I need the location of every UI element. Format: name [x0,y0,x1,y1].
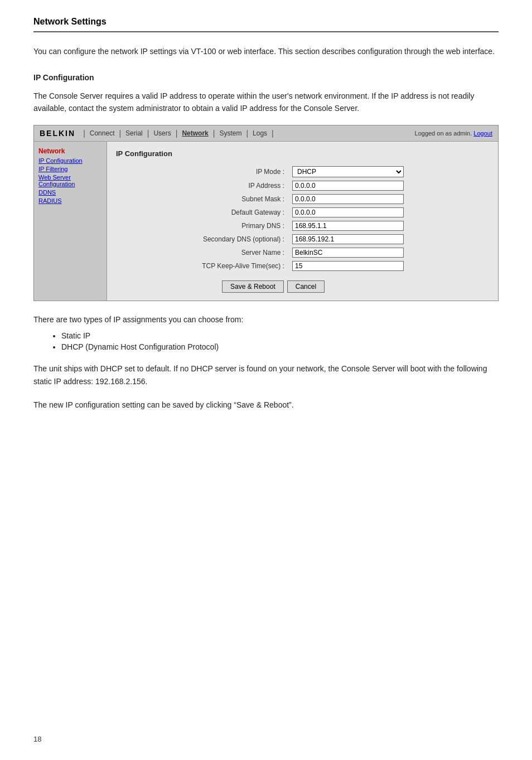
sidebar-item-ip-config[interactable]: IP Configuration [38,157,102,164]
label-ip-mode: IP Mode : [116,164,289,179]
label-tcp-keepalive: TCP Keep-Alive Time(sec) : [116,259,289,273]
nav-link-network[interactable]: Network [178,129,211,137]
form-row-subnet-mask: Subnet Mask : [116,192,489,206]
lower-text-1: There are two types of IP assignments yo… [33,313,499,326]
label-ip-address: IP Address : [116,179,289,192]
form-row-default-gateway: Default Gateway : [116,206,489,219]
content-panel: IP Configuration IP Mode : DHCP Static I… [107,142,498,301]
sidebar-item-ddns[interactable]: DDNS [38,189,102,196]
input-ip-address[interactable] [292,181,404,191]
sidebar: Network IP Configuration IP Filtering We… [34,142,107,301]
label-primary-dns: Primary DNS : [116,219,289,233]
nav-link-logs[interactable]: Logs [249,129,270,137]
page-title: Network Settings [33,17,499,27]
label-secondary-dns: Secondary DNS (optional) : [116,233,289,246]
sidebar-item-web-server[interactable]: Web Server Configuration [38,174,102,187]
form-row-secondary-dns: Secondary DNS (optional) : [116,233,489,246]
input-default-gateway[interactable] [292,207,404,217]
nav-logged-text: Logged on as admin. Logout [415,130,492,137]
nav-bar: BELKIN | Connect | Serial | Users | Netw… [34,125,498,142]
logout-link[interactable]: Logout [473,130,492,137]
ip-config-form: IP Mode : DHCP Static IP Address : Subne… [116,164,489,273]
input-secondary-dns[interactable] [292,234,404,244]
form-row-primary-dns: Primary DNS : [116,219,489,233]
ip-config-heading: IP Configuration [33,73,499,82]
label-server-name: Server Name : [116,246,289,259]
label-subnet-mask: Subnet Mask : [116,192,289,206]
cancel-button[interactable]: Cancel [287,280,325,293]
intro-paragraph: You can configure the network IP setting… [33,46,499,57]
form-row-ip-address: IP Address : [116,179,489,192]
input-subnet-mask[interactable] [292,194,404,204]
bullet-list: Static IP DHCP (Dynamic Host Configurati… [61,331,499,351]
save-reboot-button[interactable]: Save & Reboot [222,280,284,293]
nav-link-system[interactable]: System [216,129,245,137]
form-row-tcp-keepalive: TCP Keep-Alive Time(sec) : [116,259,489,273]
nav-link-serial[interactable]: Serial [122,129,146,137]
sidebar-item-ip-filtering[interactable]: IP Filtering [38,166,102,172]
input-server-name[interactable] [292,248,404,258]
sidebar-section-network: Network [38,147,102,155]
nav-link-connect[interactable]: Connect [86,129,118,137]
bullet-static-ip: Static IP [61,331,499,340]
lower-text-2: The unit ships with DHCP set to default.… [33,362,499,388]
nav-brand: BELKIN [40,129,75,138]
config-panel-title: IP Configuration [116,149,489,158]
input-tcp-keepalive[interactable] [292,261,404,271]
lower-text-3: The new IP configuration setting can be … [33,399,499,411]
nav-divider: | [83,129,85,138]
router-ui-box: BELKIN | Connect | Serial | Users | Netw… [33,125,499,301]
router-main: Network IP Configuration IP Filtering We… [34,142,498,301]
bullet-dhcp: DHCP (Dynamic Host Configuration Protoco… [61,342,499,351]
select-ip-mode[interactable]: DHCP Static [292,166,404,177]
form-row-server-name: Server Name : [116,246,489,259]
ip-config-desc: The Console Server requires a valid IP a… [33,90,499,115]
form-buttons: Save & Reboot Cancel [116,280,489,293]
title-divider [33,31,499,32]
nav-link-users[interactable]: Users [150,129,174,137]
input-primary-dns[interactable] [292,221,404,231]
label-default-gateway: Default Gateway : [116,206,289,219]
sidebar-item-radius[interactable]: RADIUS [38,197,102,204]
page-number: 18 [33,735,41,743]
form-row-ip-mode: IP Mode : DHCP Static [116,164,489,179]
